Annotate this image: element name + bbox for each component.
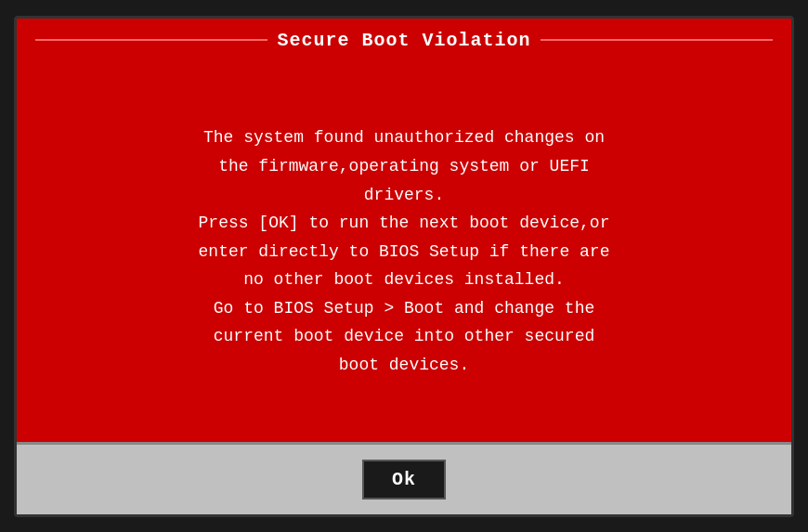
message-line5: enter directly to BIOS Setup if there ar… [199,242,610,261]
button-area: Ok [17,442,791,514]
secure-boot-dialog: Secure Boot Violation The system found u… [14,16,794,517]
message-line2: the firmware,operating system or UEFI [218,157,590,175]
message-line3: drivers. [364,186,444,204]
dialog-title: Secure Boot Violation [277,30,530,51]
title-bar: Secure Boot Violation [17,19,791,62]
message-line9: boot devices. [339,356,469,374]
message-line1: The system found unauthorized changes on [203,128,605,147]
message-line4: Press [OK] to run the next boot device,o… [199,214,610,232]
ok-button[interactable]: Ok [362,460,446,500]
message-line7: Go to BIOS Setup > Boot and change the [214,299,594,318]
message-text: The system found unauthorized changes on… [199,123,610,379]
message-area: The system found unauthorized changes on… [17,62,791,442]
message-line6: no other boot devices installed. [243,270,565,289]
message-line8: current boot device into other secured [214,327,594,345]
